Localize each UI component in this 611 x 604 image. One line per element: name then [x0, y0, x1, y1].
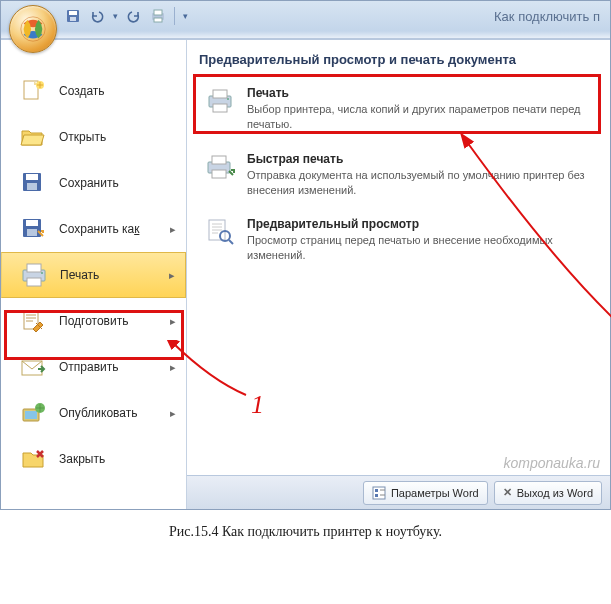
svg-rect-33 [373, 487, 385, 499]
svg-rect-1 [69, 11, 77, 15]
menu-item-new[interactable]: Создать [1, 68, 186, 114]
option-title: Печать [247, 86, 594, 100]
print-preview-icon[interactable] [150, 8, 166, 24]
svg-rect-22 [25, 411, 37, 419]
menu-right-panel: Предварительный просмотр и печать докуме… [187, 40, 610, 509]
menu-item-label: Создать [59, 84, 105, 98]
panel-title: Предварительный просмотр и печать докуме… [197, 48, 600, 76]
options-icon [372, 486, 386, 500]
menu-item-label: Отправить [59, 360, 119, 374]
qat-customize-icon[interactable]: ▾ [183, 11, 188, 21]
redo-icon[interactable] [126, 8, 142, 24]
submenu-arrow-icon: ▸ [169, 269, 175, 282]
app-window: ▾ ▾ Как подключить п СоздатьОткрытьСохра… [0, 0, 611, 510]
quickprint-icon [203, 152, 237, 182]
exit-word-label: Выход из Word [517, 487, 593, 499]
svg-rect-16 [27, 264, 41, 272]
menu-item-close[interactable]: Закрыть [1, 436, 186, 482]
office-logo-icon [18, 14, 48, 44]
menu-item-saveas[interactable]: Сохранить как▸ [1, 206, 186, 252]
menu-item-label: Открыть [59, 130, 106, 144]
menu-item-label: Закрыть [59, 452, 105, 466]
menu-item-save[interactable]: Сохранить [1, 160, 186, 206]
svg-rect-34 [375, 489, 378, 492]
menu-left-column: СоздатьОткрытьСохранитьСохранить как▸Печ… [1, 40, 187, 509]
menu-item-print[interactable]: Печать▸ [1, 252, 186, 298]
submenu-arrow-icon: ▸ [170, 315, 176, 328]
office-button[interactable] [9, 5, 57, 53]
office-menu: СоздатьОткрытьСохранитьСохранить как▸Печ… [1, 39, 610, 509]
open-icon [19, 124, 47, 150]
option-description: Отправка документа на используемый по ум… [247, 168, 594, 198]
option-title: Быстрая печать [247, 152, 594, 166]
word-options-label: Параметры Word [391, 487, 479, 499]
menu-item-label: Печать [60, 268, 99, 282]
menu-item-label: Сохранить как [59, 222, 139, 236]
svg-rect-4 [154, 10, 162, 15]
bottom-bar: Параметры Word ✕ Выход из Word [187, 475, 610, 509]
exit-word-button[interactable]: ✕ Выход из Word [494, 481, 602, 505]
menu-item-publish[interactable]: Опубликовать▸ [1, 390, 186, 436]
menu-item-open[interactable]: Открыть [1, 114, 186, 160]
svg-rect-25 [213, 90, 227, 98]
svg-rect-35 [375, 494, 378, 497]
svg-rect-29 [212, 156, 226, 164]
save-icon [19, 170, 47, 196]
svg-rect-17 [27, 278, 41, 286]
print-icon [203, 86, 237, 116]
close-icon: ✕ [503, 486, 512, 499]
svg-rect-26 [213, 104, 227, 112]
send-icon [19, 354, 47, 380]
panel-option-1[interactable]: Быстрая печатьОтправка документа на испо… [197, 142, 600, 208]
svg-rect-2 [70, 17, 76, 21]
quick-access-toolbar: ▾ ▾ [65, 7, 188, 25]
menu-item-send[interactable]: Отправить▸ [1, 344, 186, 390]
submenu-arrow-icon: ▸ [170, 223, 176, 236]
menu-item-label: Подготовить [59, 314, 128, 328]
svg-rect-14 [27, 229, 37, 236]
separator [174, 7, 175, 25]
menu-item-label: Опубликовать [59, 406, 137, 420]
svg-rect-11 [27, 183, 37, 190]
watermark: komponauka.ru [503, 455, 600, 471]
svg-point-18 [41, 272, 43, 274]
print-icon [20, 262, 48, 288]
new-icon [19, 78, 47, 104]
svg-rect-30 [212, 170, 226, 178]
prepare-icon [19, 308, 47, 334]
panel-option-0[interactable]: ПечатьВыбор принтера, числа копий и друг… [197, 76, 600, 142]
close-icon [19, 446, 47, 472]
undo-icon[interactable] [89, 8, 105, 24]
svg-rect-10 [26, 174, 38, 180]
svg-rect-5 [154, 18, 162, 22]
option-title: Предварительный просмотр [247, 217, 594, 231]
svg-point-27 [227, 98, 229, 100]
titlebar: ▾ ▾ Как подключить п [1, 1, 610, 31]
save-icon[interactable] [65, 8, 81, 24]
menu-item-label: Сохранить [59, 176, 119, 190]
figure-caption: Рис.15.4 Как подключить принтер к ноутбу… [0, 510, 611, 548]
panel-option-2[interactable]: Предварительный просмотрПросмотр страниц… [197, 207, 600, 273]
submenu-arrow-icon: ▸ [170, 361, 176, 374]
word-options-button[interactable]: Параметры Word [363, 481, 488, 505]
saveas-icon [19, 216, 47, 242]
publish-icon [19, 400, 47, 426]
menu-item-prepare[interactable]: Подготовить▸ [1, 298, 186, 344]
svg-rect-13 [26, 220, 38, 226]
preview-icon [203, 217, 237, 247]
window-title: Как подключить п [494, 9, 604, 24]
ribbon-strip [1, 31, 610, 39]
dropdown-icon[interactable]: ▾ [113, 11, 118, 21]
submenu-arrow-icon: ▸ [170, 407, 176, 420]
option-description: Выбор принтера, числа копий и других пар… [247, 102, 594, 132]
option-description: Просмотр страниц перед печатью и внесени… [247, 233, 594, 263]
